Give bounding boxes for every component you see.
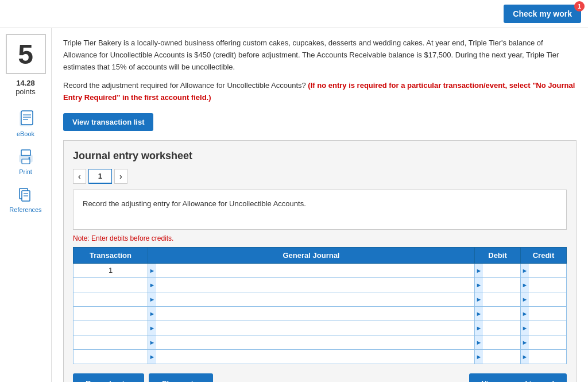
debit-cell[interactable]: ► xyxy=(475,263,521,277)
general-journal-cell[interactable]: ► xyxy=(148,306,475,321)
general-journal-input[interactable] xyxy=(156,335,474,349)
general-journal-input[interactable] xyxy=(156,292,474,306)
table-row: ►►► xyxy=(74,292,567,306)
general-journal-cell[interactable]: ► xyxy=(148,321,475,335)
points-display: 14.28 points xyxy=(16,79,36,96)
debit-cell[interactable]: ► xyxy=(475,321,521,335)
table-row: 1►►► xyxy=(74,263,567,277)
debit-input[interactable] xyxy=(483,321,520,335)
prev-tab-button[interactable]: ‹ xyxy=(73,169,86,184)
credit-cell[interactable]: ► xyxy=(521,263,567,277)
credit-input[interactable] xyxy=(529,264,566,277)
debit-arrow-icon: ► xyxy=(475,278,483,292)
tab-navigation: ‹ 1 › xyxy=(73,169,567,184)
content-area: Triple Tier Bakery is a locally-owned bu… xyxy=(52,28,588,382)
transaction-cell xyxy=(74,349,148,364)
debit-cell[interactable]: ► xyxy=(475,335,521,349)
credit-cell[interactable]: ► xyxy=(521,321,567,335)
col-transaction: Transaction xyxy=(74,247,148,263)
debit-input[interactable] xyxy=(483,335,520,349)
credit-arrow-icon: ► xyxy=(521,350,529,364)
row-arrow-icon: ► xyxy=(148,350,156,364)
credit-input[interactable] xyxy=(529,350,566,364)
current-tab: 1 xyxy=(88,169,112,184)
debit-arrow-icon: ► xyxy=(475,335,483,349)
references-label: References xyxy=(9,206,41,213)
credit-input[interactable] xyxy=(529,335,566,349)
general-journal-cell[interactable]: ► xyxy=(148,277,475,292)
debit-arrow-icon: ► xyxy=(475,292,483,306)
transaction-cell xyxy=(74,277,148,292)
table-row: ►►► xyxy=(74,306,567,321)
col-general-journal: General Journal xyxy=(148,247,475,263)
general-journal-input[interactable] xyxy=(156,278,474,292)
entry-description-text: Record the adjusting entry for Allowance… xyxy=(83,199,306,208)
table-row: ►►► xyxy=(74,321,567,335)
credit-cell[interactable]: ► xyxy=(521,306,567,321)
check-my-work-button[interactable]: Check my work 1 xyxy=(504,5,581,23)
row-arrow-icon: ► xyxy=(148,292,156,306)
instruction-text: Record the adjustment required for Allow… xyxy=(63,80,577,104)
debit-cell[interactable]: ► xyxy=(475,306,521,321)
view-transaction-list-button[interactable]: View transaction list xyxy=(63,113,153,131)
instruction-main: Record the adjustment required for Allow… xyxy=(63,81,306,90)
debit-input[interactable] xyxy=(483,278,520,292)
svg-point-8 xyxy=(28,157,30,159)
svg-rect-1 xyxy=(21,111,33,125)
general-journal-input[interactable] xyxy=(156,321,474,335)
credit-input[interactable] xyxy=(529,307,566,321)
transaction-cell xyxy=(74,321,148,335)
sidebar: 5 14.28 points eBook xyxy=(0,28,52,382)
credit-cell[interactable]: ► xyxy=(521,292,567,306)
credit-input[interactable] xyxy=(529,292,566,306)
sidebar-item-print[interactable]: Print xyxy=(3,143,49,179)
clear-entry-button[interactable]: Clear entry xyxy=(149,373,213,382)
credit-input[interactable] xyxy=(529,278,566,292)
record-entry-button[interactable]: Record entry xyxy=(73,373,144,382)
ebook-icon xyxy=(16,109,36,129)
transaction-cell xyxy=(74,335,148,349)
sidebar-item-references[interactable]: References xyxy=(3,181,49,217)
view-general-journal-button[interactable]: View general journal xyxy=(469,373,567,382)
credit-arrow-icon: ► xyxy=(521,335,529,349)
entry-description-box: Record the adjusting entry for Allowance… xyxy=(73,190,567,230)
credit-arrow-icon: ► xyxy=(521,278,529,292)
points-value: 14.28 xyxy=(16,79,36,87)
credit-input[interactable] xyxy=(529,321,566,335)
debit-input[interactable] xyxy=(483,292,520,306)
row-arrow-icon: ► xyxy=(148,307,156,321)
credit-arrow-icon: ► xyxy=(521,292,529,306)
general-journal-input[interactable] xyxy=(156,307,474,321)
general-journal-cell[interactable]: ► xyxy=(148,349,475,364)
debit-cell[interactable]: ► xyxy=(475,277,521,292)
print-label: Print xyxy=(19,168,32,175)
worksheet-container: Journal entry worksheet ‹ 1 › Record the… xyxy=(63,140,577,382)
row-arrow-icon: ► xyxy=(148,278,156,292)
transaction-cell: 1 xyxy=(74,263,148,277)
general-journal-cell[interactable]: ► xyxy=(148,263,475,277)
col-debit: Debit xyxy=(475,247,521,263)
debit-input[interactable] xyxy=(483,264,520,277)
credit-cell[interactable]: ► xyxy=(521,349,567,364)
credit-cell[interactable]: ► xyxy=(521,335,567,349)
credit-arrow-icon: ► xyxy=(521,321,529,335)
table-row: ►►► xyxy=(74,277,567,292)
general-journal-cell[interactable]: ► xyxy=(148,292,475,306)
credit-cell[interactable]: ► xyxy=(521,277,567,292)
points-text: points xyxy=(16,87,36,96)
next-tab-button[interactable]: › xyxy=(114,169,127,184)
general-journal-input[interactable] xyxy=(156,264,474,277)
svg-rect-7 xyxy=(22,159,30,164)
general-journal-input[interactable] xyxy=(156,350,474,364)
general-journal-cell[interactable]: ► xyxy=(148,335,475,349)
debit-input[interactable] xyxy=(483,350,520,364)
ebook-label: eBook xyxy=(17,130,34,137)
button-row: Record entry Clear entry View general jo… xyxy=(73,373,567,382)
sidebar-item-ebook[interactable]: eBook xyxy=(3,105,49,141)
debit-cell[interactable]: ► xyxy=(475,349,521,364)
notification-badge: 1 xyxy=(574,1,585,11)
debit-input[interactable] xyxy=(483,307,520,321)
references-icon xyxy=(16,184,36,205)
debit-cell[interactable]: ► xyxy=(475,292,521,306)
journal-table: Transaction General Journal Debit Credit xyxy=(73,247,567,364)
